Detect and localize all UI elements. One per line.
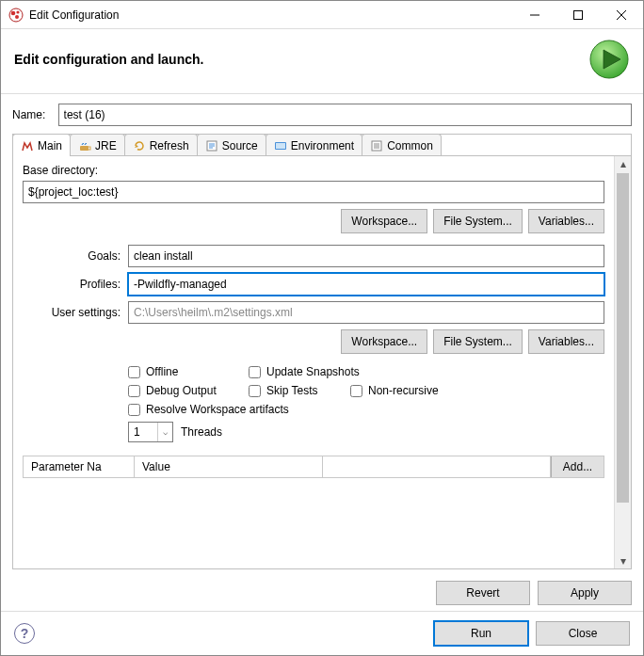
file-system-button-basedir[interactable]: File System... [433,209,523,233]
svg-rect-19 [276,143,285,149]
name-row: Name: [12,104,632,126]
tabs: Main JRE Refresh Source Environment [12,134,631,156]
dialog-content: Name: Main JRE Refresh Sourc [1,94,643,611]
svg-point-3 [15,15,19,19]
dialog-edit-configuration: Edit Configuration Edit configuration an… [0,0,644,656]
close-window-button[interactable] [600,1,643,29]
base-directory-label: Base directory: [23,164,604,177]
maximize-button[interactable] [556,1,600,29]
main-tab-panel: Base directory: Workspace... File System… [13,156,614,568]
variables-button-basedir[interactable]: Variables... [528,209,604,233]
scroll-down-icon[interactable]: ▾ [615,553,631,568]
chevron-down-icon[interactable]: ⌵ [157,423,172,441]
window-title: Edit Configuration [29,8,513,22]
profiles-label: Profiles: [23,278,122,291]
skip-tests-checkbox[interactable]: Skip Tests [249,384,333,397]
help-icon[interactable]: ? [14,623,35,644]
tab-label: Main [38,139,62,152]
file-system-button-settings[interactable]: File System... [433,329,523,354]
tab-main[interactable]: Main [12,134,71,156]
user-settings-input[interactable] [128,301,604,324]
tab-label: JRE [95,139,117,152]
svg-point-2 [16,10,19,13]
dialog-heading: Edit configuration and launch. [14,52,203,67]
workspace-button-settings[interactable]: Workspace... [341,329,427,354]
tab-label: Common [387,139,433,152]
tab-common[interactable]: Common [362,134,442,156]
maven-icon [21,139,34,152]
tab-environment[interactable]: Environment [266,134,362,156]
resolve-workspace-checkbox[interactable]: Resolve Workspace artifacts [128,403,289,416]
threads-label: Threads [181,425,222,439]
profiles-input[interactable] [128,273,604,296]
workspace-button-basedir[interactable]: Workspace... [341,209,427,233]
titlebar: Edit Configuration [1,1,643,29]
threads-value: 1 [129,425,157,439]
svg-rect-12 [88,147,90,150]
tab-container: Main JRE Refresh Source Environment [12,134,632,569]
debug-output-checkbox[interactable]: Debug Output [128,384,232,397]
dialog-footer: ? Run Close [1,611,643,655]
dialog-header: Edit configuration and launch. [1,29,643,94]
revert-apply-row: Revert Apply [12,569,632,605]
source-icon [205,139,218,152]
tab-source[interactable]: Source [197,134,266,156]
app-icon [8,8,24,23]
svg-rect-5 [574,10,583,19]
add-parameter-button[interactable]: Add... [551,456,604,477]
svg-point-1 [11,10,16,15]
offline-checkbox[interactable]: Offline [128,365,232,378]
param-name-header[interactable]: Parameter Na [24,456,135,477]
tab-refresh[interactable]: Refresh [124,134,198,156]
parameters-table: Parameter Na Value Add... [23,456,604,478]
revert-button[interactable]: Revert [436,581,530,605]
options-group: Offline Update Snapshots Debug Output Sk… [128,365,604,416]
tab-label: Environment [291,139,354,152]
threads-spinner[interactable]: 1 ⌵ [128,422,173,442]
environment-icon [274,139,287,152]
scrollbar-thumb[interactable] [617,173,629,503]
run-icon [588,39,630,80]
apply-button[interactable]: Apply [538,581,632,605]
vertical-scrollbar[interactable]: ▴ ▾ [614,156,631,568]
tab-body: Base directory: Workspace... File System… [13,155,631,568]
non-recursive-checkbox[interactable]: Non-recursive [350,384,439,397]
tab-jre[interactable]: JRE [70,134,125,156]
base-directory-input[interactable] [23,181,604,203]
goals-label: Goals: [23,249,122,263]
user-settings-label: User settings: [23,306,122,319]
tab-label: Refresh [150,139,189,152]
scroll-up-icon[interactable]: ▴ [615,156,631,171]
goals-input[interactable] [128,245,604,267]
name-label: Name: [12,108,53,121]
svg-point-0 [9,8,23,22]
minimize-button[interactable] [513,1,556,29]
tab-label: Source [222,139,258,152]
variables-button-settings[interactable]: Variables... [528,329,604,354]
common-icon [370,139,383,152]
refresh-icon [133,139,146,152]
run-button[interactable]: Run [434,621,528,646]
jre-icon [78,139,91,152]
param-spacer [323,456,551,477]
update-snapshots-checkbox[interactable]: Update Snapshots [249,365,360,378]
param-value-header[interactable]: Value [135,456,323,477]
name-input[interactable] [58,104,632,126]
close-button[interactable]: Close [536,621,630,646]
